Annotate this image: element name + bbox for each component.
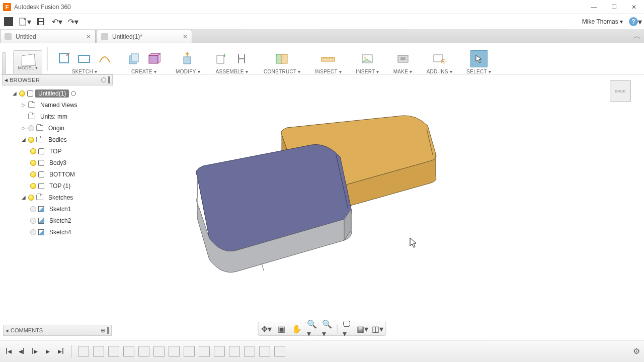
folder-icon bbox=[36, 195, 43, 200]
bulb-icon[interactable] bbox=[30, 206, 36, 212]
rectangle-button[interactable] bbox=[77, 51, 92, 66]
save-button[interactable] bbox=[34, 15, 47, 28]
viewport-layout-button[interactable]: ◫▾ bbox=[373, 324, 383, 334]
help-button[interactable]: ?▾ bbox=[629, 15, 642, 28]
timeline-feature[interactable] bbox=[78, 346, 89, 357]
timeline-settings-button[interactable]: ⚙ bbox=[633, 346, 640, 356]
timeline-feature[interactable] bbox=[244, 346, 255, 357]
timeline-feature[interactable] bbox=[108, 346, 119, 357]
browser-header[interactable]: ◂ BROWSER bbox=[2, 74, 113, 85]
select-button[interactable] bbox=[470, 50, 488, 67]
pan-button[interactable]: ✋ bbox=[292, 324, 302, 334]
comments-pin-icon[interactable] bbox=[107, 327, 109, 334]
look-at-button[interactable]: ▣ bbox=[277, 324, 287, 334]
timeline-feature[interactable] bbox=[199, 346, 210, 357]
press-pull-button[interactable] bbox=[180, 51, 195, 66]
measure-button[interactable] bbox=[320, 51, 336, 66]
viewcube-face[interactable]: BACK bbox=[610, 80, 631, 102]
timeline-feature[interactable] bbox=[123, 346, 134, 357]
timeline-feature[interactable] bbox=[184, 346, 195, 357]
browser-collapse-icon[interactable]: ◂ bbox=[5, 76, 8, 83]
three-d-print-button[interactable] bbox=[395, 51, 411, 66]
timeline-start-button[interactable]: I◂ bbox=[4, 347, 13, 356]
timeline-feature[interactable] bbox=[229, 346, 240, 357]
box-button[interactable] bbox=[146, 51, 162, 66]
bulb-icon[interactable] bbox=[30, 218, 36, 224]
workspace-switcher[interactable] bbox=[1, 43, 10, 74]
browser-pin-icon[interactable] bbox=[108, 76, 110, 83]
user-menu[interactable]: Mike Thomas ▾ bbox=[579, 18, 626, 25]
extrude-button[interactable] bbox=[126, 51, 141, 66]
tree-node-sketches[interactable]: ◢ Sketches bbox=[2, 192, 113, 203]
tree-node-body[interactable]: Body3 bbox=[2, 157, 113, 168]
timeline-step-fwd-button[interactable]: ▸ bbox=[43, 347, 52, 356]
document-tab[interactable]: Untitled(1)* ✕ bbox=[97, 30, 192, 43]
timeline-feature[interactable] bbox=[259, 346, 270, 357]
bulb-icon[interactable] bbox=[30, 183, 36, 189]
tab-close-button[interactable]: ✕ bbox=[86, 33, 91, 40]
timeline-play-button[interactable]: I▸ bbox=[30, 347, 39, 356]
maximize-button[interactable]: ☐ bbox=[604, 0, 624, 14]
zoom-button[interactable]: 🔍▾ bbox=[307, 324, 317, 334]
tree-node-sketch[interactable]: Sketch2 bbox=[2, 215, 113, 226]
bulb-icon[interactable] bbox=[30, 160, 36, 166]
redo-button[interactable]: ↷▾ bbox=[66, 15, 79, 28]
timeline-feature[interactable] bbox=[153, 346, 165, 357]
display-settings-button[interactable]: 🖵▾ bbox=[343, 324, 353, 334]
tree-node-bodies[interactable]: ◢ Bodies bbox=[2, 134, 113, 145]
model-workspace-button[interactable]: MODEL ▾ bbox=[13, 50, 42, 74]
svg-rect-13 bbox=[281, 54, 287, 63]
timeline-feature[interactable] bbox=[169, 346, 180, 357]
tree-node-origin[interactable]: ▷ Origin bbox=[2, 122, 113, 134]
tree-node-sketch[interactable]: Sketch4 bbox=[2, 226, 113, 238]
help-icon: ? bbox=[629, 17, 638, 26]
create-sketch-button[interactable] bbox=[57, 51, 72, 66]
add-comment-icon[interactable]: ⊕ bbox=[101, 327, 105, 334]
tree-node-named-views[interactable]: ▷ Named Views bbox=[2, 99, 113, 111]
app-title: Autodesk Fusion 360 bbox=[14, 4, 584, 11]
component-icon bbox=[27, 90, 33, 97]
bulb-icon[interactable] bbox=[30, 229, 36, 235]
undo-button[interactable]: ↶▾ bbox=[50, 15, 63, 28]
browser-settings-icon[interactable] bbox=[101, 77, 106, 82]
fit-button[interactable]: 🔍▾ bbox=[322, 324, 332, 334]
comments-panel[interactable]: ◂ COMMENTS ⊕ bbox=[3, 325, 112, 336]
comments-collapse-icon[interactable]: ◂ bbox=[6, 327, 9, 334]
insert-decal-button[interactable] bbox=[360, 51, 375, 66]
tree-node-body[interactable]: BOTTOM bbox=[2, 168, 113, 180]
tree-root[interactable]: ◢ Untitled(1) bbox=[2, 87, 113, 99]
tree-node-sketch[interactable]: Sketch1 bbox=[2, 203, 113, 215]
new-component-button[interactable]: + bbox=[214, 51, 229, 66]
tree-node-body[interactable]: TOP bbox=[2, 145, 113, 157]
tree-node-body[interactable]: TOP (1) bbox=[2, 180, 113, 192]
collapse-ribbon-button[interactable]: ︿ bbox=[633, 31, 641, 42]
orbit-button[interactable]: ✥▾ bbox=[262, 324, 272, 334]
bulb-icon[interactable] bbox=[30, 148, 36, 154]
joint-button[interactable] bbox=[234, 51, 250, 66]
bulb-icon[interactable] bbox=[30, 171, 36, 177]
close-button[interactable]: ✕ bbox=[624, 0, 644, 14]
offset-plane-button[interactable] bbox=[275, 51, 290, 66]
file-menu-button[interactable]: ▾ bbox=[18, 15, 31, 28]
timeline-feature[interactable] bbox=[93, 346, 104, 357]
document-tab[interactable]: Untitled ✕ bbox=[0, 30, 96, 43]
timeline-feature[interactable] bbox=[138, 346, 149, 357]
group-label: INSPECT ▾ bbox=[315, 69, 342, 74]
bulb-icon[interactable] bbox=[28, 137, 34, 143]
minimize-button[interactable]: — bbox=[584, 0, 604, 14]
viewcube[interactable]: BACK bbox=[607, 77, 635, 106]
timeline-end-button[interactable]: ▸I bbox=[56, 347, 65, 356]
tree-node-units[interactable]: Units: mm bbox=[2, 111, 113, 122]
bulb-icon[interactable] bbox=[28, 125, 34, 131]
timeline-step-back-button[interactable]: ◂I bbox=[17, 347, 26, 356]
data-panel-button[interactable] bbox=[2, 15, 15, 28]
tab-close-button[interactable]: ✕ bbox=[183, 33, 188, 40]
scripts-button[interactable] bbox=[432, 51, 447, 66]
bulb-icon[interactable] bbox=[19, 90, 25, 97]
arc-button[interactable] bbox=[97, 51, 112, 66]
bulb-icon[interactable] bbox=[28, 195, 34, 201]
timeline-feature[interactable] bbox=[214, 346, 225, 357]
grid-settings-button[interactable]: ▦▾ bbox=[358, 324, 368, 334]
activate-radio[interactable] bbox=[71, 91, 76, 96]
timeline-feature[interactable] bbox=[274, 346, 285, 357]
